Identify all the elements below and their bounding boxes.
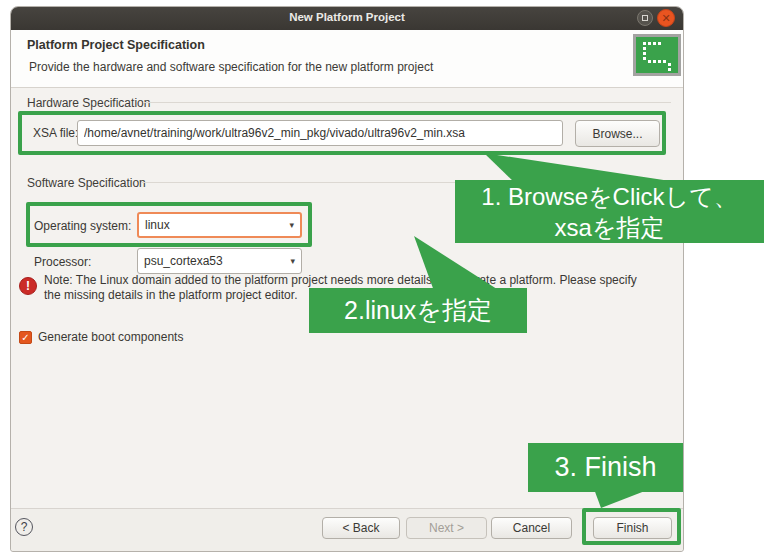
finish-button[interactable]: Finish xyxy=(593,517,672,539)
callout-step1: 1. BrowseをClickして、 xsaを指定 xyxy=(455,180,764,243)
chevron-down-icon: ▾ xyxy=(290,256,295,266)
callout-step2: 2.linuxを指定 xyxy=(309,288,527,333)
generate-boot-components-label: Generate boot components xyxy=(38,330,183,344)
processor-value: psu_cortexa53 xyxy=(144,254,223,268)
maximize-glyph xyxy=(642,15,648,21)
browse-button[interactable]: Browse... xyxy=(575,120,660,147)
note-line-1: Note: The Linux domain added to the plat… xyxy=(44,273,672,288)
page-title: Platform Project Specification xyxy=(27,38,205,52)
chevron-down-icon: ▾ xyxy=(289,220,294,230)
page-subtitle: Provide the hardware and software specif… xyxy=(29,60,433,74)
xsa-file-label: XSA file: xyxy=(33,126,78,140)
operating-system-value: linux xyxy=(145,218,170,232)
cancel-button[interactable]: Cancel xyxy=(491,517,572,539)
callout-step1-line2: xsaを指定 xyxy=(555,212,665,243)
operating-system-label: Operating system: xyxy=(34,219,131,233)
generate-boot-components-checkbox[interactable]: ✓ xyxy=(19,331,32,344)
xsa-file-input[interactable] xyxy=(77,120,563,146)
platform-project-icon xyxy=(633,34,681,76)
processor-label: Processor: xyxy=(34,255,91,269)
processor-select[interactable]: psu_cortexa53 ▾ xyxy=(137,248,302,274)
operating-system-select[interactable]: linux ▾ xyxy=(137,212,302,238)
software-section-label: Software Specification xyxy=(27,176,146,190)
help-button[interactable]: ? xyxy=(15,518,33,536)
hardware-section-label: Hardware Specification xyxy=(27,96,150,110)
wizard-footer: ? < Back Next > Cancel Finish xyxy=(11,508,683,551)
titlebar[interactable]: New Platform Project ✕ xyxy=(11,7,683,31)
window-title: New Platform Project xyxy=(11,11,683,23)
maximize-icon[interactable] xyxy=(637,10,653,26)
back-button[interactable]: < Back xyxy=(322,517,400,539)
next-button[interactable]: Next > xyxy=(406,517,487,539)
callout-step3: 3. Finish xyxy=(528,443,683,492)
warning-icon: ! xyxy=(19,277,37,295)
hardware-section-line xyxy=(143,102,671,103)
callout-step1-line1: 1. BrowseをClickして、 xyxy=(481,181,737,212)
wizard-header: Platform Project Specification Provide t… xyxy=(11,30,683,88)
close-icon[interactable]: ✕ xyxy=(657,9,675,27)
